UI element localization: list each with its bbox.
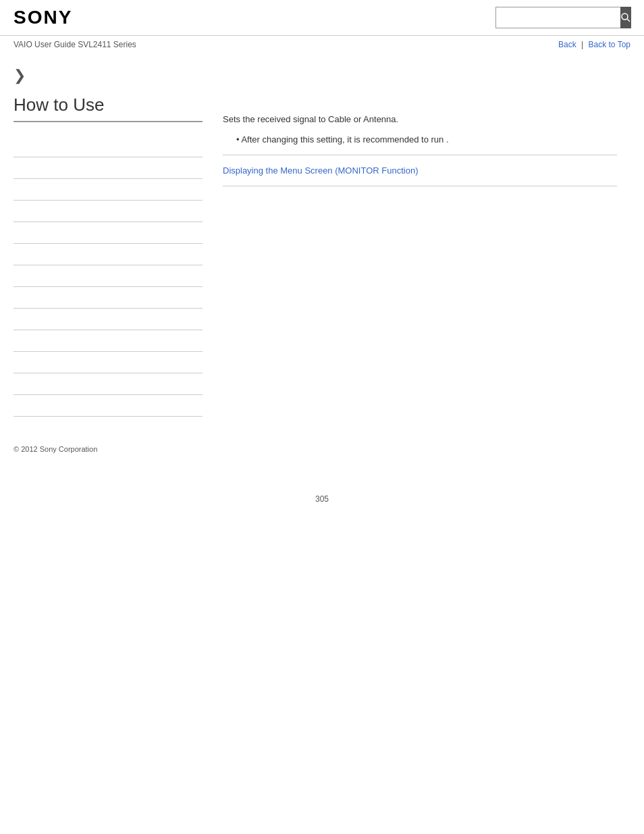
nav-links: Back | Back to Top <box>558 40 630 49</box>
content-divider <box>223 155 617 155</box>
list-item <box>14 265 203 287</box>
sidebar-arrow: ❯ <box>14 67 203 84</box>
list-item <box>14 222 203 244</box>
sidebar-link[interactable] <box>14 336 16 346</box>
search-icon <box>620 12 631 23</box>
list-item <box>14 373 203 395</box>
content-link-section: Displaying the Menu Screen (MONITOR Func… <box>223 165 617 176</box>
sidebar: ❯ How to Use <box>14 53 216 417</box>
list-item <box>14 395 203 417</box>
search-input[interactable] <box>496 10 620 26</box>
list-item <box>14 201 203 222</box>
content-note-suffix: . <box>446 134 449 145</box>
svg-point-0 <box>622 14 628 20</box>
list-item <box>14 136 203 157</box>
guide-title: VAIO User Guide SVL2411 Series <box>14 40 136 49</box>
sidebar-items <box>14 136 203 417</box>
content-spacer <box>223 67 617 107</box>
page-number: 305 <box>0 494 644 517</box>
sidebar-link[interactable] <box>14 185 16 194</box>
page-footer: © 2012 Sony Corporation <box>0 430 644 467</box>
search-box <box>495 7 630 28</box>
content-description: Sets the received signal to Cable or Ant… <box>223 107 617 124</box>
sidebar-section-title: How to Use <box>14 95 203 122</box>
sony-logo: SONY <box>14 7 72 28</box>
list-item <box>14 244 203 265</box>
back-link[interactable]: Back <box>558 40 576 49</box>
page-header: SONY <box>0 0 644 36</box>
sidebar-link[interactable] <box>14 228 16 238</box>
main-content: ❯ How to Use Sets the received signal to… <box>0 53 644 417</box>
sidebar-link[interactable] <box>14 293 16 303</box>
list-item <box>14 330 203 352</box>
sidebar-link[interactable] <box>14 207 16 216</box>
list-item <box>14 309 203 330</box>
list-item <box>14 179 203 201</box>
content-note-text: After changing this setting, it is recom… <box>241 134 444 145</box>
sidebar-link[interactable] <box>14 250 16 259</box>
sidebar-link[interactable] <box>14 358 16 367</box>
content-area: Sets the received signal to Cable or Ant… <box>216 53 630 417</box>
list-item <box>14 287 203 309</box>
footer-copyright: © 2012 Sony Corporation <box>14 445 97 453</box>
sidebar-link[interactable] <box>14 163 16 173</box>
sidebar-link[interactable] <box>14 271 16 281</box>
separator: | <box>581 40 583 49</box>
search-button[interactable] <box>620 7 631 28</box>
sidebar-link[interactable] <box>14 142 16 151</box>
svg-line-1 <box>627 19 630 22</box>
content-divider-2 <box>223 186 617 186</box>
list-item <box>14 157 203 179</box>
list-item <box>14 352 203 373</box>
content-link[interactable]: Displaying the Menu Screen (MONITOR Func… <box>223 165 418 176</box>
sidebar-link[interactable] <box>14 401 16 411</box>
content-note: After changing this setting, it is recom… <box>223 134 617 145</box>
sub-header: VAIO User Guide SVL2411 Series Back | Ba… <box>0 36 644 53</box>
sidebar-link[interactable] <box>14 315 16 324</box>
sidebar-link[interactable] <box>14 380 16 389</box>
back-to-top-link[interactable]: Back to Top <box>589 40 630 49</box>
